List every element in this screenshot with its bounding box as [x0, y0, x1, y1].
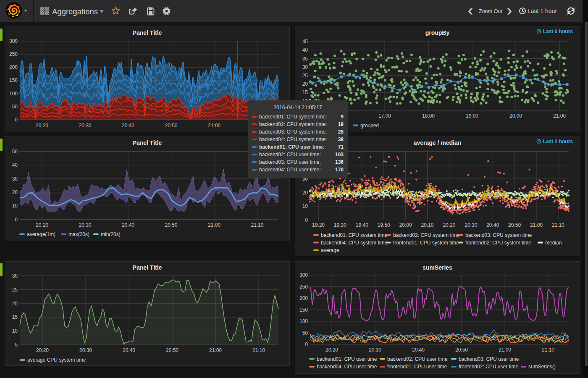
- svg-text:backend04: CPU user time: backend04: CPU user time: [317, 364, 377, 370]
- svg-text:20:30: 20:30: [465, 222, 477, 228]
- svg-text:35: 35: [302, 56, 308, 62]
- svg-text:frontend01: CPU system time: frontend01: CPU system time: [393, 240, 459, 246]
- svg-text:max(20s): max(20s): [68, 231, 89, 237]
- svg-text:20:20: 20:20: [326, 347, 338, 353]
- svg-text:sumSeries: sumSeries: [423, 264, 452, 271]
- svg-text:20:50: 20:50: [508, 222, 521, 228]
- svg-text:100: 100: [9, 91, 18, 97]
- svg-text:21:10: 21:10: [552, 222, 564, 228]
- svg-text:min(20s): min(20s): [101, 231, 121, 237]
- svg-text:groupBy: groupBy: [425, 29, 450, 36]
- svg-text:backend03: CPU system time: backend03: CPU system time: [465, 232, 532, 238]
- svg-text:20:30: 20:30: [79, 347, 92, 353]
- svg-text:average: average: [321, 247, 339, 253]
- svg-text:backend02: CPU user time: backend02: CPU user time: [387, 356, 448, 362]
- svg-text:frontend02: CPU user time: frontend02: CPU user time: [459, 364, 518, 370]
- svg-text:20:00: 20:00: [399, 222, 412, 228]
- svg-text:20:10: 20:10: [421, 222, 433, 228]
- svg-text:0: 0: [15, 117, 18, 123]
- svg-text:0: 0: [305, 341, 308, 347]
- svg-text:20:50: 20:50: [455, 347, 468, 353]
- svg-text:Last 2 hours: Last 2 hours: [543, 139, 573, 144]
- svg-text:15: 15: [302, 89, 308, 95]
- svg-text:20: 20: [302, 190, 308, 196]
- svg-text:20:30: 20:30: [369, 347, 381, 353]
- svg-text:10: 10: [302, 203, 308, 209]
- svg-text:250: 250: [9, 51, 18, 57]
- svg-text:25: 25: [302, 73, 308, 79]
- svg-text:18:00: 18:00: [422, 113, 435, 119]
- svg-text:Panel Title: Panel Title: [133, 264, 162, 271]
- svg-text:backend01: CPU user time: backend01: CPU user time: [317, 356, 377, 362]
- svg-text:frontend01: CPU user time: frontend01: CPU user time: [387, 364, 447, 370]
- svg-text:200: 200: [299, 295, 308, 301]
- svg-text:21:00: 21:00: [208, 123, 220, 129]
- svg-text:average(1m): average(1m): [27, 231, 55, 237]
- svg-text:20:50: 20:50: [165, 222, 177, 228]
- svg-text:Last 1 hour: Last 1 hour: [528, 8, 557, 14]
- svg-text:21:00: 21:00: [553, 113, 566, 119]
- svg-text:20:20: 20:20: [36, 347, 49, 353]
- svg-text:backend02: CPU system time: backend02: CPU system time: [393, 232, 459, 238]
- svg-text:19:30: 19:30: [334, 222, 346, 228]
- svg-text:30: 30: [12, 176, 18, 182]
- svg-text:20:50: 20:50: [165, 123, 177, 129]
- svg-text:19:40: 19:40: [356, 222, 368, 228]
- svg-text:20: 20: [12, 189, 18, 195]
- svg-text:5: 5: [15, 342, 18, 348]
- svg-text:25: 25: [12, 287, 18, 293]
- svg-text:20:20: 20:20: [36, 123, 48, 129]
- svg-text:40: 40: [12, 162, 18, 168]
- svg-text:10: 10: [12, 328, 18, 334]
- svg-text:average / median: average / median: [414, 139, 462, 146]
- svg-text:40: 40: [302, 47, 308, 53]
- svg-text:21:00: 21:00: [209, 347, 222, 353]
- svg-text:150: 150: [299, 307, 308, 313]
- svg-text:15: 15: [12, 314, 18, 320]
- svg-text:20:50: 20:50: [166, 347, 178, 353]
- svg-text:21:00: 21:00: [208, 222, 220, 228]
- svg-text:10: 10: [12, 203, 18, 209]
- svg-text:20:00: 20:00: [509, 113, 522, 119]
- svg-text:21:10: 21:10: [251, 222, 263, 228]
- svg-text:250: 250: [299, 284, 308, 290]
- svg-text:50: 50: [12, 104, 18, 110]
- svg-text:300: 300: [299, 272, 308, 278]
- svg-text:19:50: 19:50: [378, 222, 390, 228]
- svg-text:0: 0: [15, 217, 18, 223]
- svg-text:backend03: CPU user time: backend03: CPU user time: [459, 356, 519, 362]
- svg-text:20:40: 20:40: [123, 347, 135, 353]
- svg-text:median: median: [545, 240, 562, 246]
- svg-text:20:20: 20:20: [443, 222, 455, 228]
- svg-text:20:40: 20:40: [412, 347, 425, 353]
- svg-text:20:20: 20:20: [36, 222, 48, 228]
- svg-text:21:00: 21:00: [499, 347, 511, 353]
- svg-text:Aggregations: Aggregations: [52, 7, 98, 16]
- svg-text:Panel Title: Panel Title: [133, 139, 162, 146]
- svg-text:backend04: CPU system time: backend04: CPU system time: [321, 240, 387, 246]
- svg-text:average CPU system time: average CPU system time: [27, 357, 86, 363]
- svg-text:21:10: 21:10: [542, 347, 554, 353]
- svg-text:20: 20: [12, 301, 18, 307]
- svg-text:21:00: 21:00: [530, 222, 543, 228]
- svg-text:150: 150: [9, 77, 18, 83]
- svg-text:0: 0: [305, 217, 308, 223]
- svg-text:50: 50: [302, 330, 308, 336]
- svg-text:45: 45: [302, 39, 308, 45]
- svg-text:backend01: CPU system time: backend01: CPU system time: [321, 232, 387, 238]
- svg-text:20:30: 20:30: [79, 123, 91, 129]
- svg-text:300: 300: [9, 38, 18, 44]
- svg-text:20:40: 20:40: [486, 222, 499, 228]
- svg-text:Zoom Out: Zoom Out: [479, 8, 502, 14]
- svg-text:19:20: 19:20: [312, 222, 325, 228]
- svg-text:21:10: 21:10: [252, 347, 265, 353]
- svg-text:20:40: 20:40: [122, 123, 134, 129]
- svg-text:19:00: 19:00: [466, 113, 478, 119]
- svg-text:100: 100: [299, 318, 308, 324]
- svg-text:Last 6 hours: Last 6 hours: [543, 29, 573, 34]
- svg-text:Panel Title: Panel Title: [133, 29, 162, 36]
- svg-text:20:40: 20:40: [122, 222, 134, 228]
- svg-text:30: 30: [12, 273, 18, 279]
- svg-text:50: 50: [12, 149, 18, 155]
- svg-text:20:30: 20:30: [79, 222, 91, 228]
